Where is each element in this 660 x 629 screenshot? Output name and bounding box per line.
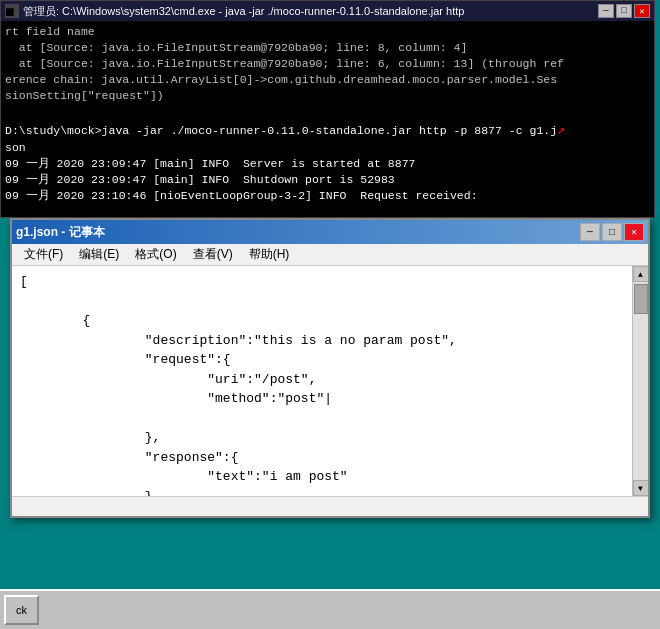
scroll-up-button[interactable]: ▲ xyxy=(633,266,649,282)
cmd-line-10: 09 一月 2020 23:09:47 [main] INFO Shutdown… xyxy=(5,172,650,188)
notepad-scrollbar: ▲ ▼ xyxy=(632,266,648,496)
cmd-app-icon: ■ xyxy=(5,4,19,18)
cmd-output: rt field name at [Source: java.io.FileIn… xyxy=(1,21,654,217)
cmd-arrow: ↗ xyxy=(557,122,565,138)
cmd-close-button[interactable]: ✕ xyxy=(634,4,650,18)
taskbar: ck xyxy=(0,589,660,629)
cmd-line-1: rt field name xyxy=(5,24,650,40)
menu-format[interactable]: 格式(O) xyxy=(127,244,184,265)
cmd-line-7: D:\study\mock>java -jar ./moco-runner-0.… xyxy=(5,121,650,141)
cmd-maximize-button[interactable]: □ xyxy=(616,4,632,18)
cmd-title-left: ■ 管理员: C:\Windows\system32\cmd.exe - jav… xyxy=(5,4,464,19)
cmd-line-9: 09 一月 2020 23:09:47 [main] INFO Server i… xyxy=(5,156,650,172)
cmd-title-text: 管理员: C:\Windows\system32\cmd.exe - java … xyxy=(23,4,464,19)
menu-help[interactable]: 帮助(H) xyxy=(241,244,298,265)
cmd-line-4: erence chain: java.util.ArrayList[0]->co… xyxy=(5,72,650,88)
notepad-close-button[interactable]: ✕ xyxy=(624,223,644,241)
cmd-window: ■ 管理员: C:\Windows\system32\cmd.exe - jav… xyxy=(0,0,655,218)
menu-edit[interactable]: 编辑(E) xyxy=(71,244,127,265)
cmd-line-2: at [Source: java.io.FileInputStream@7920… xyxy=(5,40,650,56)
cmd-minimize-button[interactable]: ─ xyxy=(598,4,614,18)
notepad-controls: ─ □ ✕ xyxy=(580,223,644,241)
cmd-line-11: 09 一月 2020 23:10:46 [nioEventLoopGroup-3… xyxy=(5,188,650,204)
cmd-controls: ─ □ ✕ xyxy=(598,4,650,18)
cmd-line-6 xyxy=(5,104,650,120)
notepad-body: [ { "description":"this is a no param po… xyxy=(12,266,648,496)
menu-file[interactable]: 文件(F) xyxy=(16,244,71,265)
notepad-editor[interactable]: [ { "description":"this is a no param po… xyxy=(12,266,632,496)
notepad-titlebar: g1.json - 记事本 ─ □ ✕ xyxy=(12,220,648,244)
cmd-titlebar: ■ 管理员: C:\Windows\system32\cmd.exe - jav… xyxy=(1,1,654,21)
cmd-line-5: sionSetting["request"]) xyxy=(5,88,650,104)
cmd-line-8: son xyxy=(5,140,650,156)
notepad-window: g1.json - 记事本 ─ □ ✕ 文件(F) 编辑(E) 格式(O) 查看… xyxy=(10,218,650,518)
notepad-title-text: g1.json - 记事本 xyxy=(16,224,105,241)
notepad-minimize-button[interactable]: ─ xyxy=(580,223,600,241)
notepad-menubar: 文件(F) 编辑(E) 格式(O) 查看(V) 帮助(H) xyxy=(12,244,648,266)
menu-view[interactable]: 查看(V) xyxy=(185,244,241,265)
cmd-line-3: at [Source: java.io.FileInputStream@7920… xyxy=(5,56,650,72)
scroll-down-button[interactable]: ▼ xyxy=(633,480,649,496)
taskbar-button-ck[interactable]: ck xyxy=(4,595,39,625)
notepad-status-bar xyxy=(12,496,648,516)
notepad-maximize-button[interactable]: □ xyxy=(602,223,622,241)
scroll-thumb[interactable] xyxy=(634,284,648,314)
